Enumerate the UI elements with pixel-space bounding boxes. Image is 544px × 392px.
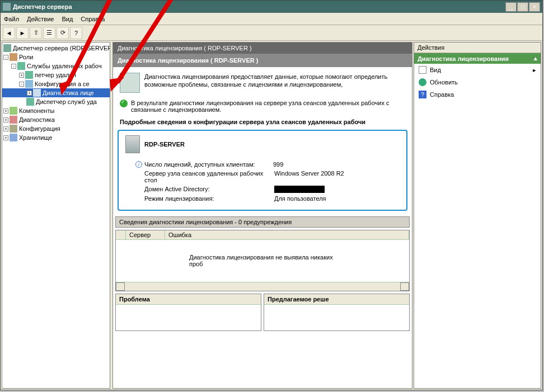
session-host-value: Windows Server 2008 R2 bbox=[274, 170, 344, 183]
lic-count-value: 999 bbox=[273, 161, 283, 168]
col-server[interactable]: Сервер bbox=[126, 230, 165, 239]
scroll-right-icon[interactable] bbox=[400, 282, 409, 291]
tree-components[interactable]: +Компоненты bbox=[2, 106, 110, 115]
app-icon bbox=[3, 3, 11, 11]
menu-action[interactable]: Действие bbox=[27, 16, 54, 22]
menu-view[interactable]: Вид bbox=[62, 16, 73, 22]
tree-remote-services[interactable]: -Службы удаленных рабоч bbox=[2, 62, 110, 70]
tree-configuration[interactable]: +Конфигурация bbox=[2, 124, 110, 133]
help-button[interactable]: ? bbox=[70, 27, 82, 39]
tree-dispatcher-services[interactable]: Диспетчер служб уда bbox=[2, 97, 110, 106]
maximize-button[interactable]: □ bbox=[517, 2, 528, 12]
tree-config-node[interactable]: -Конфигурация а се bbox=[2, 79, 110, 88]
tree-diag-licensing[interactable]: +Диагностика лице bbox=[2, 88, 110, 97]
row-session-host: Сервер узла сеансов удаленных рабочих ст… bbox=[125, 169, 400, 185]
diagnostic-result: В результате диагностики лицензирования … bbox=[113, 97, 412, 115]
menu-file[interactable]: Файл bbox=[4, 16, 19, 22]
intro-text: Диагностика лицензирования предоставляет… bbox=[144, 73, 405, 93]
actions-pane: Действия Диагностика лицензирования ▴ Ви… bbox=[414, 42, 541, 389]
menubar: Файл Действие Вид Справка bbox=[1, 13, 542, 25]
action-view[interactable]: Вид ▸ bbox=[414, 64, 541, 76]
scroll-left-icon[interactable] bbox=[116, 282, 125, 291]
intro-block: Диагностика лицензирования предоставляет… bbox=[113, 67, 412, 97]
domain-value-redacted bbox=[274, 186, 325, 193]
server-name: RDP-SERVER bbox=[144, 141, 185, 148]
chevron-right-icon: ▸ bbox=[533, 67, 536, 74]
action-refresh[interactable]: Обновить bbox=[414, 76, 541, 88]
menu-help[interactable]: Справка bbox=[81, 16, 105, 22]
back-button[interactable]: ◄ bbox=[3, 27, 15, 39]
problem-box: Проблема bbox=[115, 294, 261, 331]
no-issues-text: Диагностика лицензирования не выявила ни… bbox=[189, 254, 336, 267]
result-text: В результате диагностики лицензирования … bbox=[131, 100, 405, 113]
server-manager-window: Диспетчер сервера _ □ × Файл Действие Ви… bbox=[0, 0, 543, 390]
diagnostics-list[interactable]: Сервер Ошибка Диагностика лицензирования… bbox=[115, 230, 410, 291]
action-help[interactable]: ? Справка bbox=[414, 88, 541, 101]
tree-diagnostics[interactable]: +Диагностика bbox=[2, 115, 110, 124]
navigation-tree[interactable]: Диспетчер сервера (RDP-SERVER) -Роли -Сл… bbox=[2, 42, 110, 389]
tree-roles[interactable]: -Роли bbox=[2, 53, 110, 62]
success-check-icon bbox=[120, 100, 128, 107]
mode-value: Для пользователя bbox=[274, 195, 326, 202]
content-pane: Диагностика лицензирования ( RDP-SERVER … bbox=[112, 42, 412, 389]
h-scrollbar[interactable] bbox=[116, 282, 409, 291]
collapse-icon[interactable]: ▴ bbox=[534, 55, 537, 62]
toolbar: ◄ ► ⇧ ☰ ⟳ ? bbox=[1, 25, 542, 41]
close-button[interactable]: × bbox=[529, 2, 540, 12]
details-heading: Подробные сведения о конфигурации сервер… bbox=[113, 115, 412, 127]
actions-header: Действия bbox=[414, 42, 541, 53]
tree-root[interactable]: Диспетчер сервера (RDP-SERVER) bbox=[2, 44, 110, 53]
solution-box: Предлагаемое реше bbox=[264, 294, 410, 331]
server-icon bbox=[125, 135, 140, 153]
titlebar[interactable]: Диспетчер сервера _ □ × bbox=[1, 1, 542, 13]
col-blank[interactable] bbox=[116, 230, 126, 239]
content-breadcrumb: Диагностика лицензирования ( RDP-SERVER … bbox=[113, 42, 412, 54]
info-icon: i bbox=[135, 161, 142, 168]
solution-label: Предлагаемое реше bbox=[264, 294, 409, 305]
forward-button[interactable]: ► bbox=[16, 27, 29, 39]
actions-group-header[interactable]: Диагностика лицензирования ▴ bbox=[414, 53, 541, 64]
view-icon bbox=[419, 66, 426, 74]
diagnostics-icon bbox=[120, 73, 140, 93]
tree-storage[interactable]: +Хранилище bbox=[2, 133, 110, 142]
window-title: Диспетчер сервера bbox=[13, 3, 505, 10]
col-error[interactable]: Ошибка bbox=[165, 230, 409, 239]
row-domain: Домен Active Directory: bbox=[125, 185, 400, 194]
row-mode: Режим лицензирования: Для пользователя bbox=[125, 194, 400, 203]
help-icon: ? bbox=[419, 91, 426, 98]
diag-warnings-header: Сведения диагностики лицензирования - 0 … bbox=[115, 216, 410, 228]
row-lic-count: i Число лицензий, доступных клиентам: 99… bbox=[125, 160, 400, 169]
refresh-button[interactable]: ⟳ bbox=[57, 27, 69, 39]
content-title: Диагностика лицензирования ( RDP-SERVER … bbox=[113, 54, 412, 67]
tree-remote-dispatcher[interactable]: +петчер удален bbox=[2, 70, 110, 79]
server-details-box: RDP-SERVER i Число лицензий, доступных к… bbox=[118, 130, 407, 211]
minimize-button[interactable]: _ bbox=[505, 2, 517, 12]
refresh-icon bbox=[419, 78, 426, 86]
up-button[interactable]: ⇧ bbox=[30, 27, 42, 39]
properties-button[interactable]: ☰ bbox=[43, 27, 55, 39]
problem-label: Проблема bbox=[116, 294, 261, 305]
